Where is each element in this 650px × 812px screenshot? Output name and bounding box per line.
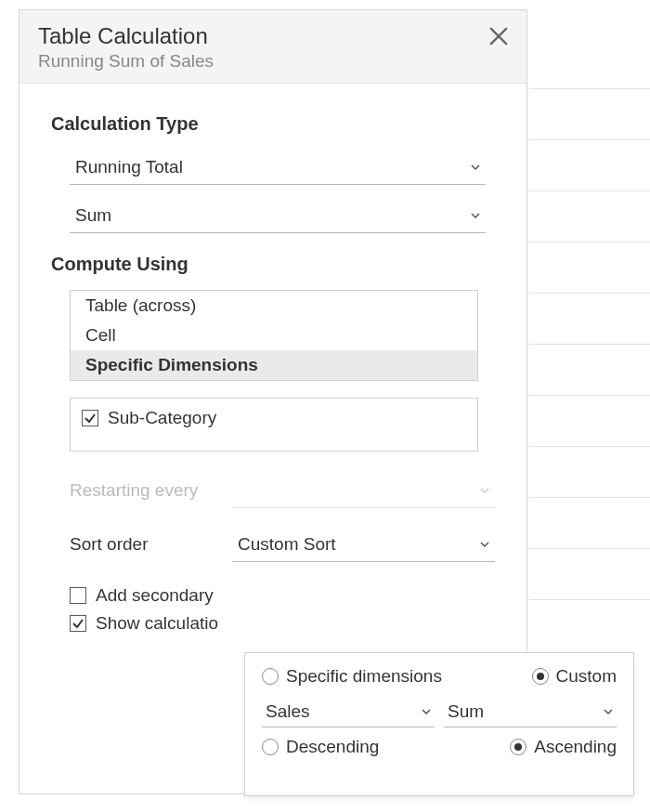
sort-by-custom-label: Custom bbox=[556, 666, 617, 687]
sort-order-select[interactable]: Custom Sort bbox=[232, 527, 495, 562]
sort-order-value: Custom Sort bbox=[238, 534, 336, 555]
calculation-function-select[interactable]: Running Total bbox=[70, 150, 486, 185]
chevron-down-icon bbox=[480, 488, 489, 493]
chevron-down-icon bbox=[471, 213, 480, 218]
sort-by-specific-dimensions-radio[interactable]: Specific dimensions bbox=[262, 666, 442, 687]
show-calculation-checkbox[interactable] bbox=[70, 615, 86, 632]
dialog-header: Table Calculation Running Sum of Sales bbox=[20, 10, 526, 84]
background-grid bbox=[529, 88, 650, 739]
compute-using-label: Compute Using bbox=[51, 254, 495, 275]
dialog-title: Table Calculation bbox=[38, 23, 508, 49]
sort-ascending-label: Ascending bbox=[534, 737, 617, 757]
calculation-type-label: Calculation Type bbox=[51, 113, 495, 135]
sort-field-select[interactable]: Sales bbox=[262, 696, 435, 727]
subcategory-checkbox[interactable] bbox=[82, 410, 98, 426]
add-secondary-checkbox[interactable] bbox=[70, 587, 86, 604]
add-secondary-label: Add secondary bbox=[96, 585, 214, 606]
sort-ascending-radio[interactable]: Ascending bbox=[510, 737, 617, 757]
restarting-every-select bbox=[232, 473, 495, 508]
radio-icon bbox=[532, 668, 549, 685]
sort-by-custom-radio[interactable]: Custom bbox=[532, 666, 617, 687]
compute-option-cell[interactable]: Cell bbox=[71, 321, 477, 350]
sort-aggregation-value: Sum bbox=[448, 701, 484, 722]
specific-dimensions-box: Sub-Category bbox=[70, 398, 478, 452]
close-icon[interactable] bbox=[486, 23, 512, 49]
sort-by-specific-dimensions-label: Specific dimensions bbox=[286, 666, 442, 687]
radio-icon bbox=[262, 739, 279, 755]
chevron-down-icon bbox=[422, 709, 431, 714]
chevron-down-icon bbox=[604, 709, 613, 714]
sort-order-label: Sort order bbox=[70, 534, 232, 555]
sort-descending-label: Descending bbox=[286, 737, 379, 757]
show-calculation-label: Show calculatio bbox=[96, 613, 218, 634]
compute-using-listbox[interactable]: Table (across) Cell Specific Dimensions bbox=[70, 290, 478, 381]
sort-field-value: Sales bbox=[266, 701, 310, 722]
chevron-down-icon bbox=[480, 542, 489, 547]
radio-icon bbox=[262, 668, 279, 685]
subcategory-label: Sub-Category bbox=[108, 408, 216, 428]
compute-option-table-across[interactable]: Table (across) bbox=[71, 291, 477, 321]
chevron-down-icon bbox=[471, 164, 480, 170]
custom-sort-popup: Specific dimensions Custom Sales Sum Des… bbox=[244, 652, 634, 796]
sort-descending-radio[interactable]: Descending bbox=[262, 737, 379, 757]
compute-option-specific-dimensions[interactable]: Specific Dimensions bbox=[71, 350, 477, 380]
restarting-every-label: Restarting every bbox=[70, 480, 232, 501]
dialog-subtitle: Running Sum of Sales bbox=[38, 51, 508, 72]
aggregation-select[interactable]: Sum bbox=[70, 198, 486, 233]
radio-icon bbox=[510, 739, 526, 755]
sort-aggregation-select[interactable]: Sum bbox=[444, 696, 617, 727]
aggregation-value: Sum bbox=[75, 205, 111, 226]
calculation-function-value: Running Total bbox=[75, 157, 183, 177]
